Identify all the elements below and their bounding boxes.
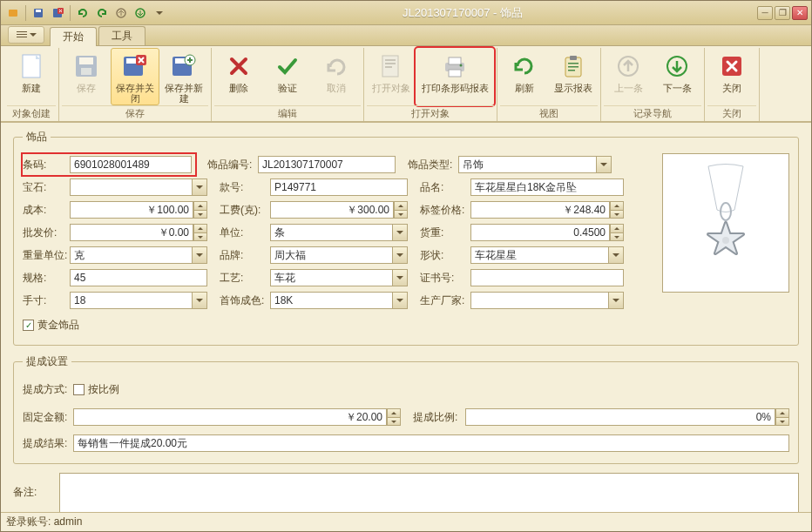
spin-up[interactable] — [610, 224, 624, 232]
qat-next-icon[interactable] — [132, 4, 149, 22]
qat-redo-icon[interactable] — [93, 4, 111, 22]
chevron-down-icon[interactable] — [392, 269, 408, 286]
next-record-button[interactable]: 下一条 — [653, 48, 701, 105]
save-close-button[interactable]: 保存并关闭 — [111, 48, 159, 105]
chevron-down-icon[interactable] — [192, 292, 207, 309]
ratio-input[interactable] — [465, 408, 775, 426]
shape-label: 形状: — [420, 248, 470, 263]
print-barcode-button[interactable]: 打印条形码报表 — [416, 48, 494, 105]
craft-combo[interactable] — [270, 269, 392, 286]
purity-combo[interactable] — [270, 292, 392, 309]
close-icon — [718, 52, 746, 80]
by-ratio-checkbox[interactable] — [73, 384, 85, 395]
svg-point-37 — [722, 237, 729, 244]
qat-dropdown-icon[interactable] — [151, 4, 168, 22]
pendant-preview-icon — [673, 158, 778, 288]
cert-input[interactable] — [470, 269, 624, 286]
new-button[interactable]: 新建 — [7, 48, 56, 105]
save-new-button[interactable]: 保存并新建 — [159, 48, 208, 105]
tab-tools[interactable]: 工具 — [98, 26, 145, 45]
product-image — [662, 153, 789, 293]
tag-price-label: 标签价格: — [420, 203, 470, 218]
save-button[interactable]: 保存 — [62, 48, 111, 105]
gold-jewelry-label: 黄金饰品 — [37, 318, 79, 333]
spin-down[interactable] — [193, 210, 207, 219]
spin-up[interactable] — [387, 408, 401, 417]
jewelry-fieldset: 饰品 条码: 饰品编号: 饰品类型: — [13, 130, 799, 346]
shape-combo[interactable] — [470, 246, 608, 264]
gem-combo[interactable] — [70, 178, 192, 196]
unit-combo[interactable] — [270, 224, 392, 241]
close-window-button[interactable]: ✕ — [792, 6, 808, 20]
qat-prev-icon[interactable] — [112, 4, 130, 22]
cost-input[interactable] — [70, 201, 193, 219]
titlebar: JL201307170007 - 饰品 ─ ❐ ✕ — [1, 1, 811, 25]
chevron-down-icon[interactable] — [596, 156, 612, 173]
tag-price-input[interactable] — [470, 201, 610, 219]
item-type-label: 饰品类型: — [408, 158, 458, 172]
result-input[interactable] — [73, 434, 789, 452]
chevron-down-icon[interactable] — [608, 292, 624, 309]
manufacturer-label: 生产厂家: — [420, 293, 470, 308]
app-menu-button[interactable] — [4, 4, 22, 22]
fixed-amount-input[interactable] — [73, 408, 387, 426]
spin-up[interactable] — [193, 224, 207, 232]
spin-down[interactable] — [610, 232, 624, 241]
spin-up[interactable] — [193, 201, 207, 210]
tab-start[interactable]: 开始 — [50, 27, 97, 46]
weight-unit-combo[interactable] — [70, 246, 192, 264]
style-no-input[interactable] — [270, 178, 408, 196]
svg-rect-29 — [570, 56, 577, 60]
spin-down[interactable] — [387, 417, 401, 426]
maximize-button[interactable]: ❐ — [775, 6, 790, 20]
verify-button[interactable]: 验证 — [263, 48, 312, 105]
show-report-button[interactable]: 显示报表 — [549, 48, 598, 105]
spin-down[interactable] — [394, 210, 408, 219]
wholesale-input[interactable] — [70, 224, 193, 241]
nav-menu-button[interactable] — [8, 26, 44, 44]
chevron-down-icon[interactable] — [192, 246, 207, 264]
save-icon — [72, 52, 100, 80]
prev-record-button[interactable]: 上一条 — [604, 48, 653, 105]
qat-undo-icon[interactable] — [74, 4, 91, 22]
name-input[interactable] — [470, 178, 624, 196]
item-no-input[interactable] — [258, 156, 396, 173]
brand-combo[interactable] — [270, 246, 392, 264]
close-button[interactable]: 关闭 — [707, 48, 756, 105]
svg-rect-21 — [385, 59, 396, 61]
chevron-down-icon[interactable] — [392, 224, 408, 241]
svg-rect-9 — [17, 37, 27, 37]
spin-up[interactable] — [394, 201, 408, 210]
qat-save-icon[interactable] — [30, 4, 47, 22]
size-combo[interactable] — [70, 292, 192, 309]
gold-jewelry-checkbox[interactable]: ✓ — [23, 320, 34, 331]
group-label: 保存 — [62, 105, 208, 123]
spec-label: 规格: — [23, 271, 70, 286]
weight-input[interactable] — [470, 224, 610, 241]
spin-down[interactable] — [775, 417, 789, 426]
chevron-down-icon[interactable] — [192, 178, 207, 196]
delete-button[interactable]: 删除 — [214, 48, 263, 105]
item-type-combo[interactable] — [458, 156, 596, 173]
cancel-button[interactable]: 取消 — [312, 48, 361, 105]
refresh-button[interactable]: 刷新 — [500, 48, 549, 105]
manufacturer-combo[interactable] — [470, 292, 608, 309]
chevron-down-icon[interactable] — [392, 246, 408, 264]
qat-save-close-icon[interactable] — [49, 4, 66, 22]
spin-up[interactable] — [610, 201, 624, 210]
item-no-label: 饰品编号: — [207, 158, 258, 172]
svg-rect-8 — [17, 34, 27, 35]
chevron-down-icon[interactable] — [608, 246, 624, 264]
ratio-label: 提成比例: — [413, 410, 465, 425]
chevron-down-icon[interactable] — [392, 292, 408, 309]
open-object-button[interactable]: 打开对象 — [367, 48, 416, 105]
commission-fieldset: 提成设置 提成方式: 按比例 固定金额: 提成比例: 提成结果: — [13, 354, 799, 464]
barcode-input[interactable] — [70, 156, 192, 173]
spin-down[interactable] — [610, 210, 624, 219]
spec-input[interactable] — [70, 269, 207, 286]
spin-down[interactable] — [193, 232, 207, 241]
spin-up[interactable] — [775, 408, 789, 417]
work-fee-input[interactable] — [270, 201, 394, 219]
remarks-textarea[interactable] — [59, 473, 799, 512]
minimize-button[interactable]: ─ — [757, 6, 773, 20]
